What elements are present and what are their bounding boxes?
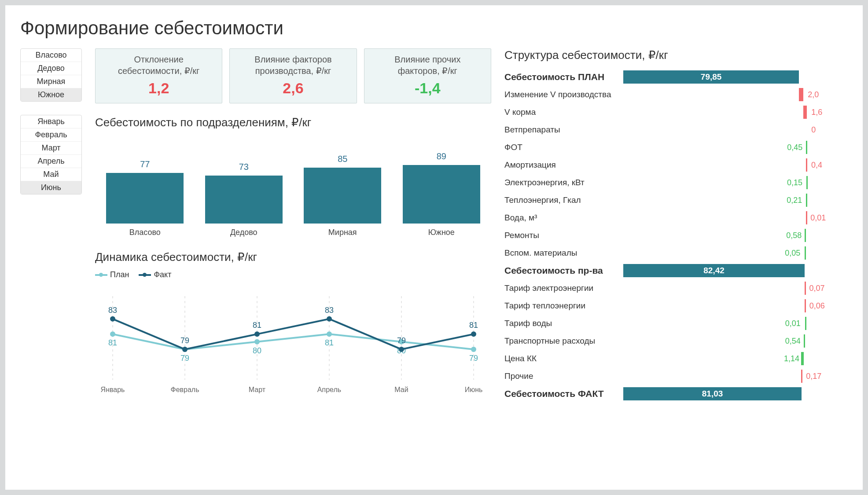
waterfall-value: 0,15	[787, 176, 802, 189]
bar-value-label: 77	[98, 159, 192, 169]
month-slicer-item[interactable]: Апрель	[21, 155, 81, 168]
waterfall-total-value: 82,42	[623, 264, 805, 277]
bar-column: 77	[98, 159, 192, 224]
waterfall-value: 1,14	[784, 352, 799, 365]
waterfall-value: 0	[811, 123, 816, 136]
bar	[304, 168, 381, 224]
waterfall-bar	[804, 334, 805, 348]
waterfall-total-value: 81,03	[623, 387, 802, 400]
waterfall-bar	[805, 282, 806, 295]
line-data-label: 81	[325, 338, 334, 347]
waterfall-row: Цена КК1,14	[504, 350, 848, 367]
dashboard-page: Формирование себестоимости ВласовоДедово…	[5, 5, 863, 490]
waterfall-title: Структура себестоимости, ₽/кг	[504, 48, 848, 62]
waterfall-label: Тариф теплоэнергии	[504, 301, 619, 311]
waterfall-track: 0,21	[623, 194, 848, 207]
bar	[205, 176, 283, 224]
waterfall-track: 0,01	[623, 317, 848, 330]
waterfall-row: Тариф воды0,01	[504, 315, 848, 332]
waterfall-label: Вода, м³	[504, 213, 619, 223]
kpi-value: -1,4	[368, 80, 487, 97]
legend-fact: Факт	[139, 270, 171, 279]
waterfall-bar	[803, 106, 807, 119]
waterfall-row: Прочие0,17	[504, 367, 848, 385]
waterfall-track: 79,85	[623, 70, 848, 84]
unit-slicer-item[interactable]: Дедово	[21, 62, 81, 75]
line-category: Январь	[101, 386, 125, 393]
bar-category: Южное	[394, 228, 489, 237]
waterfall-value: 0,58	[786, 229, 802, 242]
waterfall-value: 0,4	[811, 158, 822, 172]
kpi-card: Влияние прочих факторов, ₽/кг-1,4	[364, 48, 491, 103]
kpi-row: Отклонение себестоимости, ₽/кг1,2Влияние…	[95, 48, 491, 103]
month-slicer-item[interactable]: Июнь	[21, 181, 81, 194]
kpi-value: 1,2	[99, 80, 218, 97]
unit-slicer-item[interactable]: Власово	[21, 49, 81, 62]
month-slicer-item[interactable]: Февраль	[21, 128, 81, 142]
bar-chart: 77738589	[95, 136, 491, 224]
month-slicer[interactable]: ЯнварьФевральМартАпрельМайИюнь	[20, 115, 82, 194]
kpi-value: 2,6	[233, 80, 353, 97]
line-category: Май	[394, 386, 408, 393]
unit-slicer-item[interactable]: Мирная	[21, 75, 81, 88]
waterfall-value: 0,05	[785, 246, 800, 260]
unit-slicer-item[interactable]: Южное	[21, 88, 81, 101]
waterfall-row: Изменение V производства2,0	[504, 86, 848, 103]
month-slicer-item[interactable]: Март	[21, 142, 81, 155]
kpi-card: Отклонение себестоимости, ₽/кг1,2	[95, 48, 222, 103]
line-data-label: 80	[253, 346, 261, 355]
waterfall-value: 0,06	[809, 299, 825, 312]
waterfall-label: Амортизация	[504, 160, 619, 170]
legend-swatch-plan	[95, 274, 107, 276]
waterfall-track: 0,45	[623, 141, 848, 154]
center-column: Отклонение себестоимости, ₽/кг1,2Влияние…	[95, 48, 491, 403]
waterfall-bar	[806, 211, 807, 224]
line-category: Июнь	[465, 386, 483, 393]
waterfall-bar	[806, 176, 808, 189]
waterfall-track: 1,6	[623, 106, 848, 119]
line-data-label: 79	[397, 336, 406, 345]
waterfall-label: Ремонты	[504, 231, 619, 240]
waterfall-bar	[806, 141, 807, 154]
waterfall-column: Структура себестоимости, ₽/кг Себестоимо…	[504, 48, 848, 403]
line-data-label: 83	[325, 306, 334, 315]
waterfall-bar: 79,85	[623, 70, 799, 84]
waterfall-value: 2,0	[808, 88, 819, 101]
line-category: Апрель	[317, 386, 341, 393]
bar-category: Мирная	[295, 228, 390, 237]
waterfall-value: 0,01	[810, 211, 826, 224]
page-title: Формирование себестоимости	[20, 18, 848, 39]
waterfall-row: Теплоэнергия, Гкал0,21	[504, 191, 848, 209]
line-point	[471, 347, 476, 352]
waterfall-value: 0,21	[787, 194, 802, 207]
waterfall-track: 0,4	[623, 158, 848, 172]
waterfall-value: 0,54	[785, 334, 801, 348]
waterfall-bar	[805, 299, 806, 312]
bar-column: 73	[197, 162, 291, 224]
line-chart: ЯнварьФевральМартАпрельМайИюнь8179808180…	[95, 283, 491, 397]
month-slicer-item[interactable]: Май	[21, 168, 81, 181]
waterfall-value: 1,6	[811, 106, 822, 119]
line-point	[399, 347, 404, 352]
waterfall-chart: Себестоимость ПЛАН79,85Изменение V произ…	[504, 68, 848, 403]
waterfall-label: Цена КК	[504, 354, 619, 363]
line-point	[182, 347, 188, 352]
kpi-card: Влияние факторов производства, ₽/кг2,6	[229, 48, 357, 103]
legend-label-fact: Факт	[154, 270, 171, 279]
line-data-label: 79	[180, 354, 189, 363]
unit-slicer[interactable]: ВласовоДедовоМирнаяЮжное	[20, 48, 82, 102]
waterfall-label: Вспом. материалы	[504, 248, 619, 258]
waterfall-value: 0,17	[806, 370, 821, 383]
line-chart-title: Динамика себестоимости, ₽/кг	[95, 250, 491, 264]
waterfall-track: 0,15	[623, 176, 848, 189]
waterfall-bar	[801, 370, 802, 383]
bar	[403, 165, 480, 224]
bar-category: Власово	[98, 228, 192, 237]
month-slicer-item[interactable]: Январь	[21, 115, 81, 128]
line-data-label: 79	[469, 354, 478, 363]
waterfall-track: 81,03	[623, 387, 848, 400]
line-point	[254, 339, 260, 345]
waterfall-track: 1,14	[623, 352, 848, 365]
waterfall-label: Ветпрепараты	[504, 125, 619, 135]
waterfall-track: 82,42	[623, 264, 848, 277]
